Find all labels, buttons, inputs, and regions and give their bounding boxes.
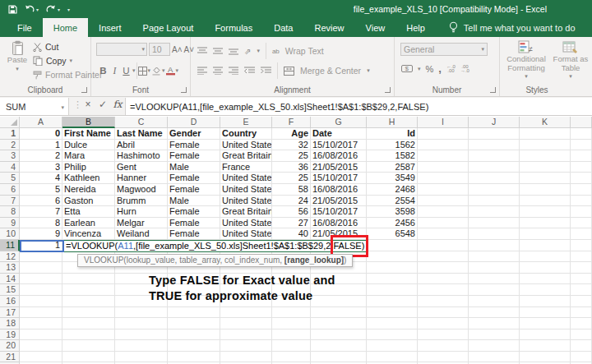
row-header-13[interactable]: 13 xyxy=(0,262,20,274)
cell-G6[interactable]: 16/08/2016 xyxy=(311,184,367,196)
cell-F17[interactable] xyxy=(272,307,311,319)
row-header-3[interactable]: 3 xyxy=(0,150,20,162)
cell-B8[interactable]: Etta xyxy=(62,206,115,218)
row-header-5[interactable]: 5 xyxy=(0,173,20,184)
cell-C21[interactable] xyxy=(115,352,168,363)
font-name-combo[interactable]: ▾ xyxy=(96,43,147,56)
cell-C6[interactable]: Magwood xyxy=(115,184,168,196)
cell-H1[interactable]: Id xyxy=(367,128,418,140)
cell-D1[interactable]: Gender xyxy=(168,128,220,140)
row-header-9[interactable]: 9 xyxy=(0,218,20,229)
undo-dropdown-icon[interactable]: ▾ xyxy=(36,7,39,12)
row-header-21[interactable]: 21 xyxy=(0,352,20,363)
cell-F21[interactable] xyxy=(272,352,311,363)
align-center-button[interactable] xyxy=(213,67,223,75)
row-header-12[interactable]: 12 xyxy=(0,251,20,263)
tab-page-layout[interactable]: Page Layout xyxy=(132,18,205,37)
cell-K15[interactable] xyxy=(520,284,571,296)
cell-K13[interactable] xyxy=(520,262,571,274)
cell-J14[interactable] xyxy=(469,274,520,285)
cell-F3[interactable]: 25 xyxy=(272,150,311,162)
cell-H4[interactable]: 2587 xyxy=(367,162,418,173)
cell-K11[interactable] xyxy=(520,240,571,251)
enter-button[interactable]: ✓ xyxy=(95,99,110,110)
cell-I13[interactable] xyxy=(418,262,469,274)
cell-C18[interactable] xyxy=(115,318,168,329)
tab-file[interactable]: File xyxy=(7,18,43,37)
number-dialog-launcher[interactable] xyxy=(490,87,496,93)
cell-F7[interactable]: 24 xyxy=(272,196,311,207)
cell-A21[interactable] xyxy=(20,352,62,363)
cell-C9[interactable]: Melgar xyxy=(115,218,168,229)
cell-H6[interactable]: 2468 xyxy=(367,184,418,196)
cell-A2[interactable]: 1 xyxy=(20,140,62,151)
formula-editing-cell[interactable]: =VLOOKUP(A11,[file_example_XLS_50.xls]Sh… xyxy=(63,240,368,253)
cell-I21[interactable] xyxy=(418,352,469,363)
cell-K19[interactable] xyxy=(520,329,571,341)
cell-J1[interactable] xyxy=(469,128,520,140)
accounting-format-button[interactable]: $ xyxy=(401,64,413,73)
cell-I7[interactable] xyxy=(418,196,469,207)
cell-D2[interactable]: Female xyxy=(168,140,220,151)
cell-G8[interactable]: 15/10/2017 xyxy=(311,206,367,218)
cell-A17[interactable] xyxy=(20,307,62,319)
cell-A19[interactable] xyxy=(20,329,62,341)
column-header-E[interactable]: E xyxy=(220,117,272,128)
cell-K8[interactable] xyxy=(520,206,571,218)
cell-B15[interactable] xyxy=(62,284,115,296)
column-header-A[interactable]: A xyxy=(20,117,62,128)
column-header-B[interactable]: B xyxy=(62,117,115,128)
cell-J6[interactable] xyxy=(469,184,520,196)
cell-I6[interactable] xyxy=(418,184,469,196)
cell-D20[interactable] xyxy=(168,340,220,352)
cell-E8[interactable]: Great Britain xyxy=(220,206,272,218)
cell-B7[interactable]: Gaston xyxy=(62,196,115,207)
cell-K12[interactable] xyxy=(520,251,571,263)
cell-H9[interactable]: 2456 xyxy=(367,218,418,229)
cell-E3[interactable]: Great Britain xyxy=(220,150,272,162)
cell-J20[interactable] xyxy=(469,340,520,352)
cell-G2[interactable]: 15/10/2017 xyxy=(311,140,367,151)
cell-G18[interactable] xyxy=(311,318,367,329)
paste-button[interactable]: Paste ▾ xyxy=(5,40,30,73)
cell-B6[interactable]: Nereida xyxy=(62,184,115,196)
cell-G7[interactable]: 21/05/2015 xyxy=(311,196,367,207)
tab-insert[interactable]: Insert xyxy=(88,18,132,37)
cell-F18[interactable] xyxy=(272,318,311,329)
cell-F19[interactable] xyxy=(272,329,311,341)
cell-A10[interactable]: 9 xyxy=(20,228,62,240)
cell-E5[interactable]: United States xyxy=(220,173,272,184)
cell-J15[interactable] xyxy=(469,284,520,296)
column-header-J[interactable]: J xyxy=(469,117,520,128)
row-header-20[interactable]: 20 xyxy=(0,340,20,352)
name-box-dropdown-icon[interactable]: ▾ xyxy=(61,104,64,111)
cell-I1[interactable] xyxy=(418,128,469,140)
cell-A15[interactable] xyxy=(20,284,62,296)
cell-I12[interactable] xyxy=(418,251,469,263)
cell-H12[interactable] xyxy=(367,251,418,263)
cell-B17[interactable] xyxy=(62,307,115,319)
cell-J19[interactable] xyxy=(469,329,520,341)
number-format-combo[interactable]: General▾ xyxy=(400,43,488,56)
cell-H5[interactable]: 3549 xyxy=(367,173,418,184)
cell-K10[interactable] xyxy=(520,228,571,240)
cell-D6[interactable]: Female xyxy=(168,184,220,196)
align-right-button[interactable] xyxy=(229,67,238,75)
cell-K20[interactable] xyxy=(520,340,571,352)
redo-dropdown-icon[interactable]: ▾ xyxy=(58,7,60,12)
merge-center-dropdown-icon[interactable]: ▾ xyxy=(367,67,370,74)
row-header-17[interactable]: 17 xyxy=(0,307,20,319)
name-box[interactable]: SUM ▾ xyxy=(0,98,69,115)
cell-K18[interactable] xyxy=(520,318,571,329)
cell-G21[interactable] xyxy=(311,352,367,363)
cell-F5[interactable]: 25 xyxy=(272,173,311,184)
cell-A7[interactable]: 6 xyxy=(20,196,62,207)
borders-button[interactable] xyxy=(138,67,147,76)
format-as-table-dropdown-icon[interactable]: ▾ xyxy=(569,72,572,81)
cell-A9[interactable]: 8 xyxy=(20,218,62,229)
cell-G3[interactable]: 16/08/2016 xyxy=(311,150,367,162)
underline-button[interactable]: U xyxy=(121,66,132,76)
cell-H21[interactable] xyxy=(367,352,418,363)
qat-customize-button[interactable]: ▾ xyxy=(67,7,70,12)
cell-C3[interactable]: Hashimoto xyxy=(115,150,168,162)
